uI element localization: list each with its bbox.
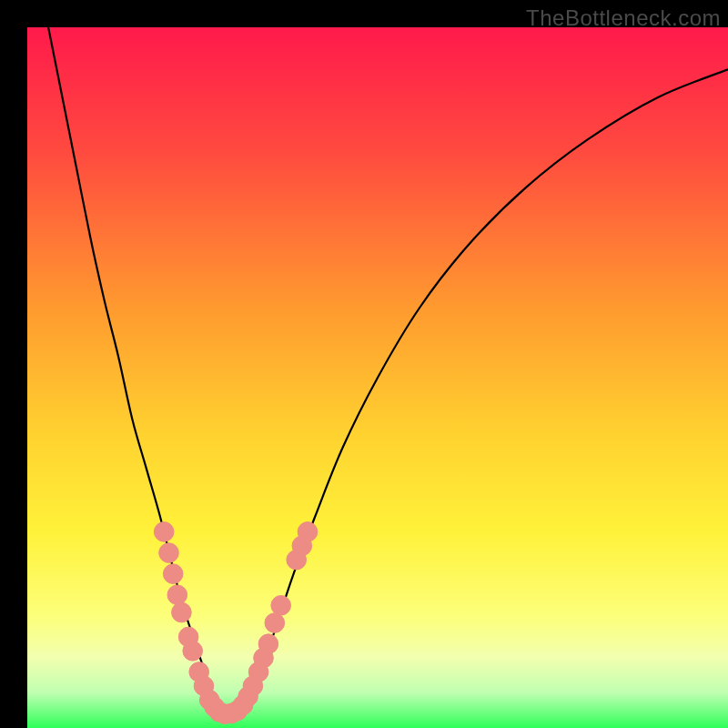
highlighted-point bbox=[183, 642, 203, 662]
highlighted-point bbox=[258, 634, 278, 654]
bottleneck-curve bbox=[48, 27, 728, 714]
chart-frame: TheBottleneck.com bbox=[0, 0, 728, 728]
chart-overlay-svg bbox=[27, 27, 728, 728]
highlighted-points-group bbox=[154, 522, 317, 724]
highlighted-point bbox=[159, 543, 179, 563]
watermark-text: TheBottleneck.com bbox=[526, 5, 721, 31]
highlighted-point bbox=[154, 522, 174, 542]
highlighted-point bbox=[265, 613, 285, 633]
highlighted-point bbox=[298, 522, 318, 542]
highlighted-point bbox=[163, 564, 183, 584]
highlighted-point bbox=[167, 585, 187, 605]
plot-area bbox=[27, 27, 728, 728]
highlighted-point bbox=[271, 596, 291, 616]
highlighted-point bbox=[172, 602, 192, 622]
